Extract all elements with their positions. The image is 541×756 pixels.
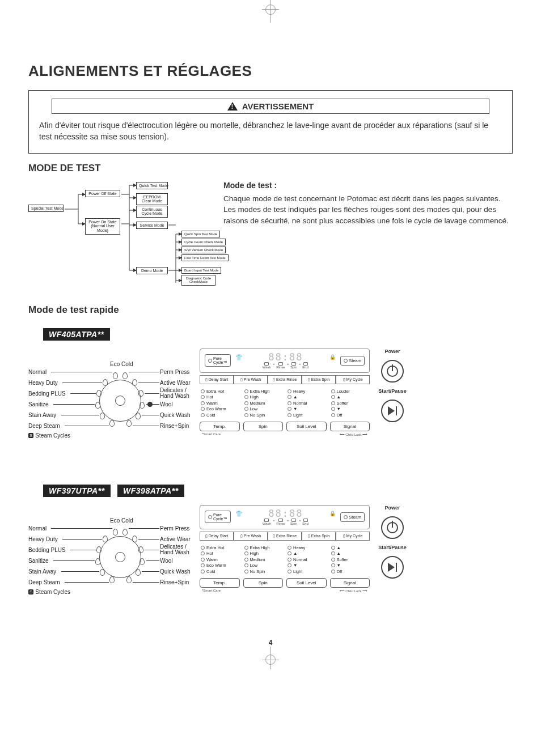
stage-icons: Wash » Rinse » Spin » End (235, 519, 336, 525)
time-display: 88:88 (246, 352, 327, 362)
dial-stain: Stain Away (28, 568, 56, 575)
dial-eco-cold: Eco Cold (110, 517, 133, 524)
warning-header: AVERTISSEMENT (52, 99, 489, 114)
flow-demo: Demo Mode (136, 267, 168, 275)
opt-extrarinse[interactable]: ▯Extra Rinse (268, 532, 302, 541)
dial-rinse-spin: Rinse+Spin (160, 579, 189, 585)
child-lock-label: ⟵ Child Lock ⟶ (340, 589, 367, 593)
dial-steam-cycles: Steam Cycles (35, 589, 70, 595)
dial-deep-steam: Deep Steam (28, 579, 60, 585)
flow-cyclecount: Cycle Count Check Mode (181, 239, 226, 246)
model-tag-a: WF405ATPA** (43, 328, 110, 341)
lock-icon: 🔒 (329, 354, 336, 360)
registration-mark-top (259, 0, 282, 31)
pure-cycle-button[interactable]: Pure Cycle™ (205, 354, 231, 367)
start-pause-button[interactable] (381, 400, 404, 422)
opt-mycycle[interactable]: ▯My Cycle (336, 375, 370, 384)
page-title: ALIGNEMENTS ET RÉGLAGES (28, 62, 513, 80)
flow-quick: Quick Test Mode (136, 182, 168, 190)
registration-mark-bottom (259, 638, 282, 669)
flow-diag: Diagnostic Code CheckMode (181, 275, 215, 286)
signal-button[interactable]: Signal (330, 422, 370, 431)
steam-badge-icon: S (28, 589, 33, 594)
warning-text: Afin d'éviter tout risque d'électrocutio… (39, 120, 502, 143)
mode-test-subhead: Mode de test : (223, 180, 513, 191)
dial-bedding: Bedding PLUS (28, 390, 66, 397)
time-display: 88:88 (246, 509, 327, 519)
power-label: Power (384, 505, 400, 511)
signal-col: ▲ ▲ Softer ▼ Off (331, 545, 369, 575)
steam-button[interactable]: Steam (340, 356, 365, 366)
cycle-dial-a: Normal Heavy Duty Bedding PLUS Sanitize … (28, 349, 193, 462)
dial-sanitize: Sanitize (28, 558, 49, 564)
child-lock-label: ⟵ Child Lock ⟶ (340, 432, 367, 436)
cycle-dial-b: Normal Heavy Duty Bedding PLUS Sanitize … (28, 505, 193, 618)
model-tag-c: WF398ATPA** (117, 485, 184, 497)
power-icon (387, 522, 398, 533)
play-pause-icon (388, 406, 397, 415)
spin-button[interactable]: Spin (243, 578, 284, 588)
dial-active-wear: Active Wear (160, 536, 191, 542)
control-panel-b: Pure Cycle™ 👕 88:88 🔒 Wash » Rinse » Spi… (200, 505, 370, 593)
spin-col: Extra High High Medium Low No Spin (244, 545, 282, 575)
flow-special: Special Test Mode (28, 205, 64, 213)
dial-normal: Normal (28, 369, 47, 375)
opt-extraspin[interactable]: ▯Extra Spin (302, 532, 336, 541)
temp-col: Extra Hot Hot Warm Eco Warm Cold (201, 389, 239, 419)
flow-boardin: Board Input Test Mode (181, 267, 221, 274)
dial-deep-steam: Deep Steam (28, 423, 60, 429)
quick-test-heading: Mode de test rapide (28, 304, 513, 316)
temp-col: Extra Hot Hot Warm Eco Warm Cold (201, 545, 239, 575)
opt-prewash[interactable]: ▯Pre Wash (234, 375, 268, 384)
start-pause-button[interactable] (381, 556, 404, 579)
dial-quick-wash: Quick Wash (160, 412, 191, 418)
opt-prewash[interactable]: ▯Pre Wash (234, 532, 268, 541)
dial-sanitize: Sanitize (28, 401, 49, 407)
warning-box: AVERTISSEMENT Afin d'éviter tout risque … (28, 90, 513, 154)
soil-button[interactable]: Soil Level (286, 578, 327, 588)
dial-heavy-duty: Heavy Duty (28, 380, 58, 386)
power-button[interactable] (381, 360, 404, 383)
soil-col: Heavy ▲ Normal ▼ Light (288, 389, 326, 419)
dial-delicates: Delicates / Hand Wash (160, 544, 189, 555)
flow-quickspin: Quick Spin Test Mode (181, 231, 220, 238)
lock-icon: 🔒 (329, 511, 336, 516)
steam-button[interactable]: Steam (340, 512, 365, 522)
dial-stain: Stain Away (28, 412, 56, 418)
spin-col: Extra High High Medium Low No Spin (244, 389, 282, 419)
tshirt-icon: 👕 (235, 354, 242, 360)
warning-triangle-icon (227, 102, 238, 111)
dial-perm-press: Perm Press (160, 369, 189, 375)
spin-button[interactable]: Spin (243, 422, 284, 431)
temp-button[interactable]: Temp. (200, 422, 240, 431)
mode-test-desc: Chaque mode de test concernant le Potoma… (223, 194, 509, 225)
soil-col: Heavy ▲ Normal ▼ Light (288, 545, 326, 575)
opt-mycycle[interactable]: ▯My Cycle (336, 532, 370, 541)
opt-extrarinse[interactable]: ▯Extra Rinse (268, 375, 302, 384)
power-button[interactable] (381, 516, 404, 539)
soil-button[interactable]: Soil Level (286, 422, 327, 431)
power-label: Power (384, 349, 400, 354)
dial-rinse-spin: Rinse+Spin (160, 423, 189, 429)
mode-test-heading: MODE DE TEST (28, 163, 513, 174)
signal-col: Louder ▲ Softer ▼ Off (331, 389, 369, 419)
power-icon (387, 366, 398, 377)
steam-badge-icon: S (28, 433, 33, 438)
start-pause-label: Start/Pause (378, 388, 407, 394)
dial-quick-wash: Quick Wash (160, 568, 191, 575)
dial-heavy-duty: Heavy Duty (28, 536, 58, 542)
signal-button[interactable]: Signal (330, 578, 370, 588)
opt-extraspin[interactable]: ▯Extra Spin (302, 375, 336, 384)
dial-active-wear: Active Wear (160, 380, 191, 386)
smart-care-label: *Smart Care (202, 589, 221, 593)
opt-delay[interactable]: ▯Delay Start (200, 375, 234, 384)
dial-wool: Wool (160, 401, 173, 407)
flow-fasttime: Fast Time Down Test Mode (181, 254, 229, 262)
model-tag-b: WF397UTPA** (43, 485, 111, 497)
dial-steam-cycles: Steam Cycles (35, 432, 70, 439)
test-mode-flowchart: Special Test Mode Power Off State Power … (28, 180, 210, 287)
opt-delay[interactable]: ▯Delay Start (200, 532, 234, 541)
temp-button[interactable]: Temp. (200, 578, 240, 588)
flow-swver: S/W Version Check Mode (181, 247, 226, 254)
pure-cycle-button[interactable]: Pure Cycle™ (205, 511, 231, 523)
